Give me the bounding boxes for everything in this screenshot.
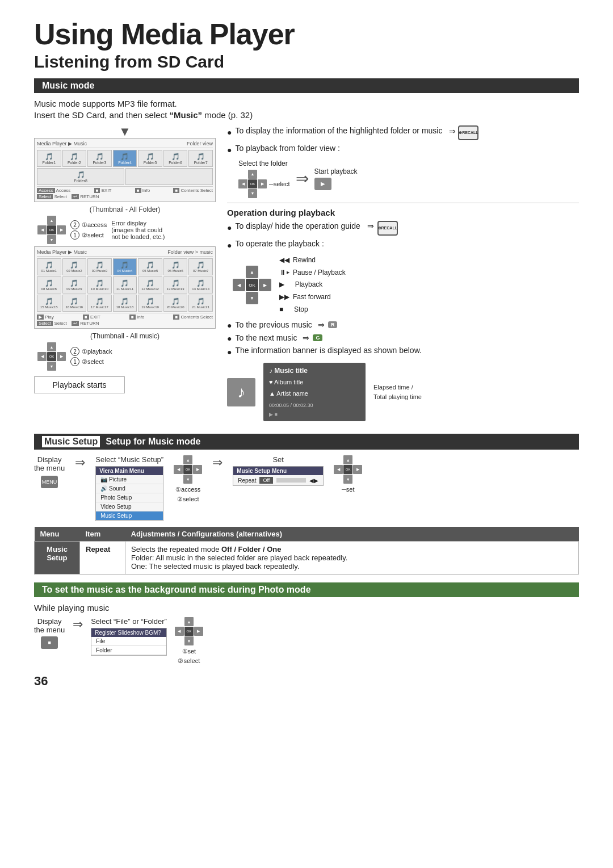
left-column: ▼ Media Player ▶ Music Folder view 🎵Fold… [34, 125, 216, 426]
bgm-file-item[interactable]: File [91, 637, 166, 646]
info-banner-item: ● The information banner is displayed as… [227, 345, 579, 358]
setup-step2-arrow-icon: ⇒ [212, 455, 222, 470]
playback-starts-box: Playback starts [34, 376, 125, 393]
music-setup-section: Music Setup Setup for Music mode Display… [34, 434, 579, 575]
while-playing: While playing music [34, 603, 579, 613]
setup-step1-arrow-icon: ⇒ [75, 455, 85, 470]
setup-dpad-set: ▲ ◀OK▶ ▼ ─set [334, 455, 362, 493]
bgm-menu-panel: Register Slideshow BGM? File Folder [91, 628, 167, 656]
setup-table: Menu Item Adjustments / Configurations (… [34, 527, 579, 575]
bgm-arrow1-icon: ⇒ [73, 617, 83, 632]
error-display: Error display (images that could not be … [111, 220, 168, 240]
prev-music-item: ● To the previous music ⇒ R [227, 319, 579, 330]
setup-step-menu: Display the menu MENU [34, 455, 65, 488]
music-mode-desc2: Insert the SD Card, and then select “Mus… [34, 110, 579, 120]
music-setup-bar: Music Setup Setup for Music mode [34, 434, 579, 450]
repeat-one: One: The selected music is played back r… [131, 562, 573, 571]
music-note-icon: ♪ [227, 378, 255, 406]
menu-item-sound[interactable]: 🔊 Sound [96, 484, 163, 493]
controls-labels: ◀◀ Rewind ⏸▶ Pause / Playback ▶ Playback… [279, 254, 346, 316]
recall-btn-2[interactable]: ⊕RECALL [377, 221, 398, 236]
op-title: Operation during playback [227, 208, 579, 217]
banner-info-panel: ♪ Music title ♥ Album title ▲ Artist nam… [263, 363, 366, 422]
thumbnail-all-folder-panel: Media Player ▶ Music Folder view 🎵Folder… [34, 138, 216, 202]
operation-during-playback: Operation during playback ● To display/ … [227, 208, 579, 422]
bgm-section: To set the music as the background music… [34, 582, 579, 665]
recall-btn-1[interactable]: ⊕RECALL [458, 125, 478, 140]
main-menu-panel: Viera Main Menu 📷 Picture 🔊 Sound Photo … [95, 466, 163, 521]
controls-diagram: ▲ ◀ OK ▶ ▼ ◀◀ Rewind ⏸▶ Pause / Playback… [233, 254, 579, 316]
elapsed-time-label: Elapsed time / Total playing time [373, 383, 422, 401]
page-subtitle: Listening from SD Card [34, 52, 579, 72]
caption-all-music: (Thumbnail - All music) [34, 332, 216, 340]
setup-step-set: Set Music Setup Menu Repeat Off ◀▶ [233, 455, 324, 486]
dpad-music[interactable]: ▲ ◀OK▶ ▼ [37, 342, 66, 371]
folder-to-play-arrow-icon: ⇒ [296, 169, 309, 188]
bgm-bar: To set the music as the background music… [34, 582, 579, 597]
menu-item-music-setup[interactable]: Music Setup [96, 511, 163, 521]
table-row: Music Setup Repeat Selects the repeated … [35, 542, 579, 575]
setup-step-select: Select “Music Setup” Viera Main Menu 📷 P… [95, 455, 163, 521]
setup-dpad-access: ▲ ◀OK▶ ▼ ①access ②select [174, 455, 202, 503]
select-annotation: 1②select [70, 230, 107, 240]
next-music-btn[interactable]: G [313, 334, 322, 341]
dpad-set[interactable]: ▲ ◀OK▶ ▼ [334, 455, 362, 484]
music-mode-desc1: Music mode supports MP3 file format. [34, 99, 579, 108]
bgm-dpad: ▲ ◀OK▶ ▼ ①set ②select [175, 617, 203, 665]
display-hide-item: ● To display/ hide the operation guide ⇒… [227, 221, 579, 236]
dpad-folder[interactable]: ▲ ◀OK▶ ▼ [37, 216, 66, 244]
page-number: 36 [34, 674, 579, 689]
page-title: Using Media Player [34, 17, 579, 51]
bgm-menu-button[interactable]: ■ [41, 636, 58, 649]
select-annotation2: 1②select [70, 357, 112, 366]
playback-annotation: 2①playback [70, 347, 112, 356]
music-setup-menu-panel: Music Setup Menu Repeat Off ◀▶ [233, 466, 324, 486]
menu-item-picture[interactable]: 📷 Picture [96, 475, 163, 484]
repeat-desc: Selects the repeated mode Off / Folder /… [131, 545, 573, 553]
music-mode-bar: Music mode [34, 78, 579, 93]
info-banner-diagram: ♪ ♪ Music title ♥ Album title ▲ Artist n… [227, 363, 579, 422]
right-column: ● To display the information of the high… [227, 125, 579, 426]
menu-item-video-setup[interactable]: Video Setup [96, 502, 163, 511]
next-music-item: ● To the next music ⇒ G [227, 332, 579, 343]
col-adj: Adjustments / Configurations (alternativ… [125, 527, 579, 542]
prev-music-btn[interactable]: R [328, 321, 338, 328]
bgm-step-select: Select “File” or “Folder” Register Slide… [91, 617, 167, 656]
menu-item-photo-setup[interactable]: Photo Setup [96, 493, 163, 502]
music-mode-bar-title: Music mode [42, 81, 94, 91]
dpad-bgm[interactable]: ▲ ◀OK▶ ▼ [175, 617, 203, 645]
folder-select-diagram: Select the folder ▲ ◀OK▶ ▼ ─select ⇒ Sta… [238, 160, 579, 198]
bgm-folder-item[interactable]: Folder [91, 646, 166, 655]
operate-playback-item: ● To operate the playback : [227, 238, 579, 251]
dpad-select-folder[interactable]: ▲ ◀OK▶ ▼ [238, 170, 267, 198]
menu-button[interactable]: MENU [41, 476, 58, 488]
col-item: Item [80, 527, 125, 542]
dpad-setup[interactable]: ▲ ◀OK▶ ▼ [174, 455, 202, 484]
arrow-down-icon: ▼ [34, 125, 216, 138]
thumbnail-all-music-panel: Media Player ▶ Music Folder view > music… [34, 246, 216, 329]
ok-dpad[interactable]: ▲ ◀ OK ▶ ▼ [233, 266, 271, 304]
col-menu: Menu [35, 527, 80, 542]
display-info-item: ● To display the information of the high… [227, 125, 579, 140]
playback-from-folder-item: ● To playback from folder view : [227, 143, 579, 156]
play-start-btn[interactable]: ▶ [314, 178, 331, 190]
access-annotation: 2①access [70, 220, 107, 229]
repeat-folder: Folder: All music in the selected folder… [131, 553, 573, 562]
caption-all-folder: (Thumbnail - All Folder) [34, 206, 216, 213]
bgm-step-menu: Display the menu ■ [34, 617, 65, 649]
